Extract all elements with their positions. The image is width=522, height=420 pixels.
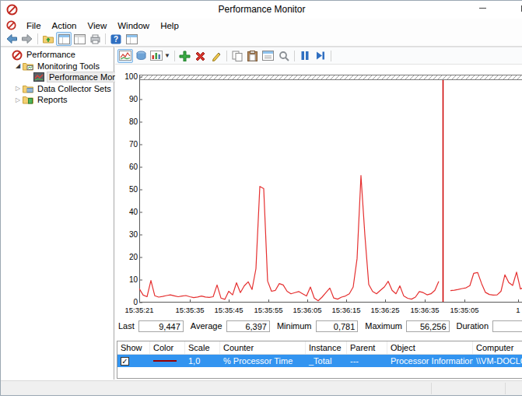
tree-item-label: Reports xyxy=(36,95,69,104)
color-swatch xyxy=(153,360,177,362)
column-header-object[interactable]: Object xyxy=(387,341,473,354)
counter-line-series xyxy=(450,272,522,296)
column-header-parent[interactable]: Parent xyxy=(347,341,387,354)
screen: Performance Monitor FileActionViewWindow… xyxy=(0,0,522,420)
parent-value: --- xyxy=(350,356,359,366)
column-header-computer[interactable]: Computer xyxy=(473,341,522,354)
stat-label-duration: Duration xyxy=(457,321,489,331)
svg-text:?: ? xyxy=(114,35,118,44)
tree-expander-icon[interactable]: ◢ xyxy=(13,62,23,69)
y-axis-tick-label: 70 xyxy=(116,140,138,149)
dropdown-caret-icon[interactable]: ▼ xyxy=(164,52,170,59)
update-data-icon[interactable] xyxy=(313,49,328,63)
toolbar-separator xyxy=(226,51,227,61)
y-axis-tick-label: 10 xyxy=(116,275,138,284)
status-bar xyxy=(1,380,522,395)
toolbar-separator xyxy=(294,51,295,61)
counter-table-header: ShowColorScaleCounterInstanceParentObjec… xyxy=(117,341,522,355)
stat-value-minimum: 0,781 xyxy=(316,320,359,332)
copy-properties-icon[interactable] xyxy=(229,49,245,63)
counter-name: % Processor Time xyxy=(223,356,293,366)
highlight-icon[interactable] xyxy=(208,49,224,63)
tree-item-label: Data Collector Sets xyxy=(36,84,113,93)
y-axis-tick-label: 100 xyxy=(116,72,138,81)
help-icon[interactable]: ? xyxy=(108,32,124,46)
y-axis-tick-label: 60 xyxy=(116,163,138,171)
tree-item-label: Performance xyxy=(25,50,77,59)
menu-item-help[interactable]: Help xyxy=(155,20,184,31)
stat-value-duration xyxy=(492,320,522,332)
console-tree-panel: Performance◢Monitoring ToolsPerformance … xyxy=(1,47,114,380)
tree-item-reports[interactable]: ▷Reports xyxy=(1,94,114,106)
tree-expander-icon[interactable]: ▷ xyxy=(13,96,23,103)
toolbar-separator xyxy=(331,51,331,61)
change-graph-type-icon[interactable] xyxy=(149,49,164,63)
tree-item-monitoring-tools[interactable]: ◢Monitoring Tools xyxy=(1,61,114,72)
menu-item-file[interactable]: File xyxy=(21,20,47,31)
show-checkbox[interactable]: ✓ xyxy=(121,357,129,366)
tree-item-performance-monitor[interactable]: Performance Monitor xyxy=(1,72,114,83)
menu-item-window[interactable]: Window xyxy=(112,20,155,31)
back-arrow-icon[interactable] xyxy=(4,32,19,46)
show-console-tree-icon[interactable] xyxy=(56,32,72,46)
main-toolbar: ? xyxy=(1,32,522,47)
details-panel: ▼ 100908070605040302010015:35:2115:35:35… xyxy=(115,47,522,380)
tree-item-performance[interactable]: Performance xyxy=(1,49,114,61)
add-counter-icon[interactable] xyxy=(177,49,193,63)
menu-item-view[interactable]: View xyxy=(82,20,113,31)
y-axis-tick-label: 90 xyxy=(116,95,138,103)
maximize-button[interactable] xyxy=(513,1,522,16)
new-window-icon[interactable] xyxy=(124,32,139,46)
y-axis-tick-label: 30 xyxy=(116,230,138,239)
toolbar-separator xyxy=(105,33,106,44)
app-window: Performance Monitor FileActionViewWindow… xyxy=(0,0,522,396)
stat-label-last: Last xyxy=(118,321,135,331)
column-header-color[interactable]: Color xyxy=(150,341,185,354)
tree-item-data-collector-sets[interactable]: ▷Data Collector Sets xyxy=(1,83,114,95)
folder-data-icon xyxy=(23,84,33,93)
stat-value-average: 6,397 xyxy=(226,320,270,332)
object-value: Processor Information xyxy=(391,356,473,366)
toolbar-separator xyxy=(37,33,38,44)
stat-label-maximum: Maximum xyxy=(365,321,402,331)
chart-toolbar: ▼ xyxy=(115,47,522,65)
stat-label-average: Average xyxy=(191,321,222,331)
column-header-instance[interactable]: Instance xyxy=(306,341,347,354)
performance-graph xyxy=(139,75,522,307)
column-header-scale[interactable]: Scale xyxy=(185,341,220,354)
counter-table: ShowColorScaleCounterInstanceParentObjec… xyxy=(117,341,522,379)
computer-value: \\VM-DOCLOC xyxy=(476,356,522,366)
statusbar-separator xyxy=(431,383,432,394)
y-axis-tick-label: 20 xyxy=(116,253,138,261)
perfmon-root-icon xyxy=(12,50,23,59)
menu-item-action[interactable]: Action xyxy=(47,20,82,31)
zoom-icon[interactable] xyxy=(276,49,292,63)
toolbar-separator xyxy=(174,51,175,61)
scale-value: 1,0 xyxy=(188,356,200,366)
properties-icon[interactable] xyxy=(261,49,276,63)
perfmon-menu-icon xyxy=(6,20,16,30)
minimize-button[interactable] xyxy=(471,1,493,16)
print-icon[interactable] xyxy=(87,32,103,46)
tree-expander-icon[interactable]: ▷ xyxy=(13,85,23,92)
stat-value-maximum: 56,256 xyxy=(406,320,450,332)
menu-bar: FileActionViewWindowHelp xyxy=(1,19,522,32)
paste-counter-list-icon[interactable] xyxy=(245,49,261,63)
title-bar: Performance Monitor xyxy=(1,1,522,19)
delete-counter-icon[interactable] xyxy=(193,49,208,63)
statusbar-separator xyxy=(505,383,506,394)
forward-arrow-icon[interactable] xyxy=(19,32,35,46)
freeze-display-icon[interactable] xyxy=(297,49,313,63)
column-header-counter[interactable]: Counter xyxy=(220,341,306,354)
column-header-show[interactable]: Show xyxy=(117,341,150,354)
counter-row[interactable]: ✓1,0% Processor Time_Total---Processor I… xyxy=(117,355,522,367)
stats-row: Last9,447Average6,397Minimum0,781Maximum… xyxy=(118,320,522,332)
tree-item-label: Monitoring Tools xyxy=(36,61,101,71)
view-log-data-icon[interactable] xyxy=(133,49,149,63)
view-current-activity-icon[interactable] xyxy=(117,49,133,63)
folder-tools-icon xyxy=(23,61,33,71)
up-folder-icon[interactable] xyxy=(40,32,56,46)
stat-value-last: 9,447 xyxy=(138,320,184,332)
export-list-icon[interactable] xyxy=(72,32,87,46)
y-axis-tick-label: 40 xyxy=(116,208,138,216)
